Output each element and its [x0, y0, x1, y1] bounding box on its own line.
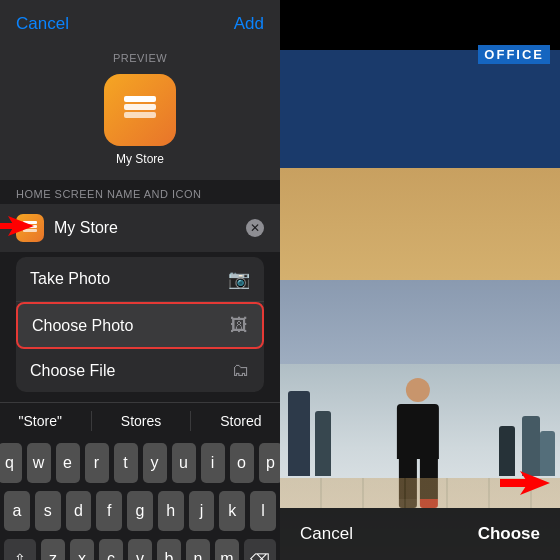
key-x[interactable]: x: [70, 539, 94, 560]
subject-head: [406, 378, 430, 402]
dropdown-menu: Take Photo 📷 Choose Photo 🖼 Choose File …: [16, 257, 264, 392]
left-panel: Cancel Add PREVIEW My Store HOME SCREEN …: [0, 0, 280, 560]
key-c[interactable]: c: [99, 539, 123, 560]
key-a[interactable]: a: [4, 491, 30, 531]
key-j[interactable]: j: [189, 491, 215, 531]
red-arrow-right-icon: [500, 468, 550, 498]
photo-icon: 🖼: [230, 315, 248, 336]
keyboard: q w e r t y u i o p a s d f g h j k l ⇧ …: [0, 439, 280, 560]
app-name-label: My Store: [116, 152, 164, 166]
add-button[interactable]: Add: [234, 14, 264, 34]
key-e[interactable]: e: [56, 443, 80, 483]
preview-label: PREVIEW: [113, 52, 167, 64]
svg-rect-1: [124, 112, 156, 118]
cancel-button[interactable]: Cancel: [16, 14, 69, 34]
preview-section: PREVIEW My Store: [0, 44, 280, 180]
red-arrow-icon: [0, 214, 34, 238]
divider-2: [190, 411, 191, 431]
photo-action-bar: Cancel Choose: [280, 508, 560, 560]
clear-button[interactable]: ✕: [246, 219, 264, 237]
dropdown-container: Take Photo 📷 Choose Photo 🖼 Choose File …: [0, 253, 280, 396]
right-panel: OFFICE Cancel Choose: [280, 0, 560, 560]
key-h[interactable]: h: [158, 491, 184, 531]
office-sign-text: OFFICE: [478, 45, 550, 64]
shift-key[interactable]: ⇧: [4, 539, 36, 560]
top-bar: Cancel Add: [0, 0, 280, 44]
background-person-5: [315, 411, 331, 476]
key-o[interactable]: o: [230, 443, 254, 483]
key-w[interactable]: w: [27, 443, 51, 483]
key-g[interactable]: g: [127, 491, 153, 531]
key-v[interactable]: v: [128, 539, 152, 560]
choose-file-label: Choose File: [30, 362, 115, 380]
key-f[interactable]: f: [96, 491, 122, 531]
subject-jacket: [397, 404, 439, 459]
app-icon: [104, 74, 176, 146]
keyboard-row-3: ⇧ z x c v b n m ⌫: [4, 539, 276, 560]
key-u[interactable]: u: [172, 443, 196, 483]
key-y[interactable]: y: [143, 443, 167, 483]
key-s[interactable]: s: [35, 491, 61, 531]
photo-cancel-button[interactable]: Cancel: [300, 524, 353, 544]
store-sign: OFFICE: [280, 45, 560, 64]
delete-key[interactable]: ⌫: [244, 539, 276, 560]
choose-photo-item[interactable]: Choose Photo 🖼: [16, 302, 264, 349]
name-row: My Store ✕: [0, 204, 280, 252]
autocomplete-1[interactable]: "Store": [10, 411, 69, 431]
key-d[interactable]: d: [66, 491, 92, 531]
take-photo-label: Take Photo: [30, 270, 110, 288]
key-i[interactable]: i: [201, 443, 225, 483]
keyboard-row-1: q w e r t y u i o p: [4, 443, 276, 483]
key-k[interactable]: k: [219, 491, 245, 531]
autocomplete-3[interactable]: Stored: [212, 411, 269, 431]
svg-rect-9: [500, 479, 534, 487]
key-b[interactable]: b: [157, 539, 181, 560]
photo-choose-button[interactable]: Choose: [478, 524, 540, 544]
camera-icon: 📷: [228, 268, 250, 290]
photo-top-bar: [280, 0, 560, 50]
autocomplete-bar: "Store" Stores Stored: [0, 402, 280, 439]
keyboard-row-2: a s d f g h j k l: [4, 491, 276, 531]
background-person-2: [522, 416, 540, 476]
name-input[interactable]: My Store: [54, 219, 246, 237]
key-t[interactable]: t: [114, 443, 138, 483]
choose-file-item[interactable]: Choose File 🗂: [16, 349, 264, 392]
svg-rect-7: [0, 223, 20, 229]
svg-rect-2: [124, 96, 156, 102]
divider-1: [91, 411, 92, 431]
layers-icon: [120, 90, 160, 130]
key-l[interactable]: l: [250, 491, 276, 531]
key-p[interactable]: p: [259, 443, 281, 483]
key-m[interactable]: m: [215, 539, 239, 560]
take-photo-item[interactable]: Take Photo 📷: [16, 257, 264, 302]
key-z[interactable]: z: [41, 539, 65, 560]
svg-rect-0: [124, 104, 156, 110]
section-label: HOME SCREEN NAME AND ICON: [0, 180, 280, 204]
key-q[interactable]: q: [0, 443, 22, 483]
key-n[interactable]: n: [186, 539, 210, 560]
background-person-1: [288, 391, 310, 476]
autocomplete-2[interactable]: Stores: [113, 411, 169, 431]
key-r[interactable]: r: [85, 443, 109, 483]
red-arrow-right: [500, 468, 550, 502]
file-icon: 🗂: [232, 360, 250, 381]
choose-photo-label: Choose Photo: [32, 317, 133, 335]
